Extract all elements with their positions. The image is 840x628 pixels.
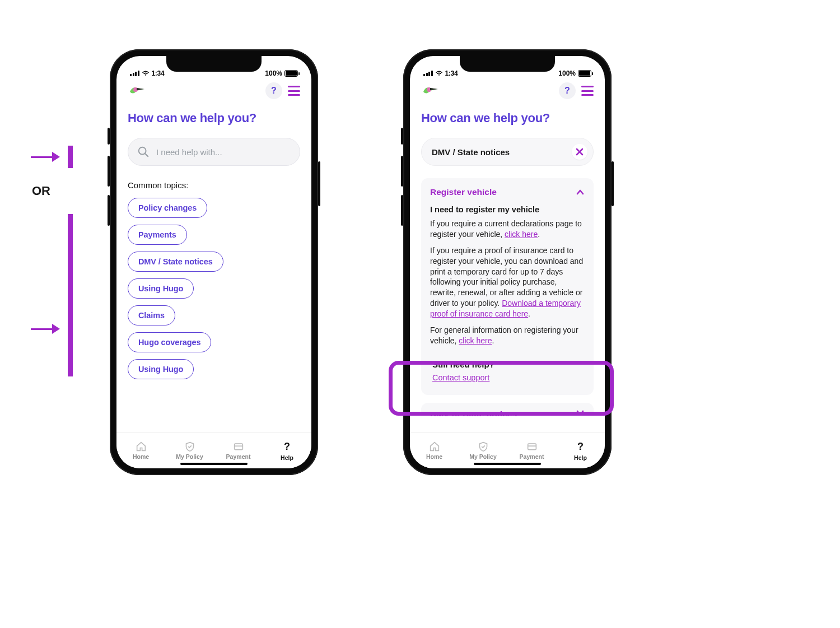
screen-right: 1:34 100% ? How can we help you? DMV / S… [410,56,605,468]
faq-card-header[interactable]: Register vehicle [430,187,585,197]
vertical-bar-short [68,146,73,168]
nav-label: Home [133,453,149,460]
wifi-icon [142,71,150,76]
topic-chip[interactable]: Hugo coverages [128,332,211,352]
content-left: How can we help you? I need help with...… [116,103,311,432]
home-indicator [180,463,248,465]
hamburger-menu-icon[interactable] [288,86,300,96]
annotation-column: OR [31,146,87,376]
wifi-icon [435,71,443,76]
search-input[interactable]: I need help with... [128,138,300,166]
topic-chip[interactable]: Payments [128,225,187,245]
nav-help[interactable]: ? Help [263,433,311,468]
app-logo-icon [128,84,144,97]
nav-label: My Policy [469,453,496,460]
nav-home[interactable]: Home [410,433,459,468]
nav-home[interactable]: Home [116,433,165,468]
topic-chip[interactable]: Using Hugo [128,359,194,379]
svg-rect-6 [528,444,536,450]
nav-label: Help [574,454,587,461]
search-icon [137,146,150,158]
still-need-help: Still need help? Contact support [430,352,585,385]
chevron-up-icon [576,188,585,197]
topic-chip-list: Policy changes Payments DMV / State noti… [128,198,300,379]
arrow-icon [31,151,59,162]
faq-card-title: Register vehicle [430,187,497,197]
app-logo-icon [421,84,438,97]
hamburger-menu-icon[interactable] [581,86,594,96]
faq-subheading: I need to register my vehicle [430,205,585,214]
nav-help[interactable]: ? Help [556,433,605,468]
search-placeholder: I need help with... [156,147,222,157]
status-battery-text: 100% [265,69,282,77]
shield-icon [184,441,195,452]
topic-chip[interactable]: DMV / State notices [128,252,223,272]
app-header: ? [410,78,605,103]
search-value: DMV / State notices [432,147,510,157]
home-icon [429,441,440,452]
nav-label: Payment [520,453,544,460]
signal-icon [130,71,139,76]
app-header: ? [116,78,311,103]
arrow-icon [31,323,59,334]
close-icon [576,148,584,156]
search-input-filled[interactable]: DMV / State notices [421,138,594,166]
battery-icon [284,70,298,77]
faq-link[interactable]: click here [459,336,492,345]
header-help-button[interactable]: ? [265,82,282,99]
faq-card-title: DMV or State notices [430,410,517,416]
page-title: How can we help you? [128,111,300,125]
home-indicator [474,463,541,465]
nav-label: My Policy [176,453,203,460]
still-help-title: Still need help? [432,360,582,369]
page-title: How can we help you? [421,111,594,125]
vertical-bar-long [68,214,73,376]
chevron-down-icon [576,408,585,416]
faq-paragraph: For general information on registering y… [430,325,585,346]
faq-card-expanded: Register vehicle I need to register my v… [421,178,594,395]
topic-chip[interactable]: Using Hugo [128,278,194,299]
question-icon: ? [577,441,584,453]
shield-icon [478,441,489,452]
annotation-arrow-1 [31,146,73,168]
annotation-arrow-2 [31,214,73,376]
common-topics-label: Common topics: [128,180,300,190]
home-icon [136,441,147,452]
header-help-button[interactable]: ? [559,82,576,99]
card-icon [233,441,244,452]
nav-label: Help [281,454,293,461]
topic-chip[interactable]: Claims [128,305,175,325]
faq-card-collapsed-peek[interactable]: DMV or State notices [421,403,594,416]
nav-label: Payment [226,453,251,460]
question-icon: ? [284,441,290,453]
phone-mockup-left: 1:34 100% ? How can we help you? I ne [110,49,318,475]
battery-icon [578,70,591,77]
faq-paragraph: If you require a current declarations pa… [430,218,585,240]
phone-mockup-right: 1:34 100% ? How can we help you? DMV / S… [403,49,612,475]
faq-link[interactable]: click here [505,230,538,239]
annotation-or-label: OR [32,184,50,198]
status-time: 1:34 [152,69,165,77]
nav-label: Home [426,453,442,460]
svg-line-2 [145,153,148,156]
faq-paragraph: If you require a proof of insurance card… [430,245,585,319]
status-time: 1:34 [445,69,458,77]
contact-support-link[interactable]: Contact support [432,373,489,382]
svg-rect-3 [234,444,242,450]
status-battery-text: 100% [558,69,576,77]
topic-chip[interactable]: Policy changes [128,198,207,218]
card-icon [526,441,538,452]
clear-search-button[interactable] [572,144,587,160]
signal-icon [423,71,433,76]
screen-left: 1:34 100% ? How can we help you? I ne [116,56,311,468]
notch [460,56,555,72]
content-right: How can we help you? DMV / State notices… [410,103,605,432]
notch [166,56,262,72]
